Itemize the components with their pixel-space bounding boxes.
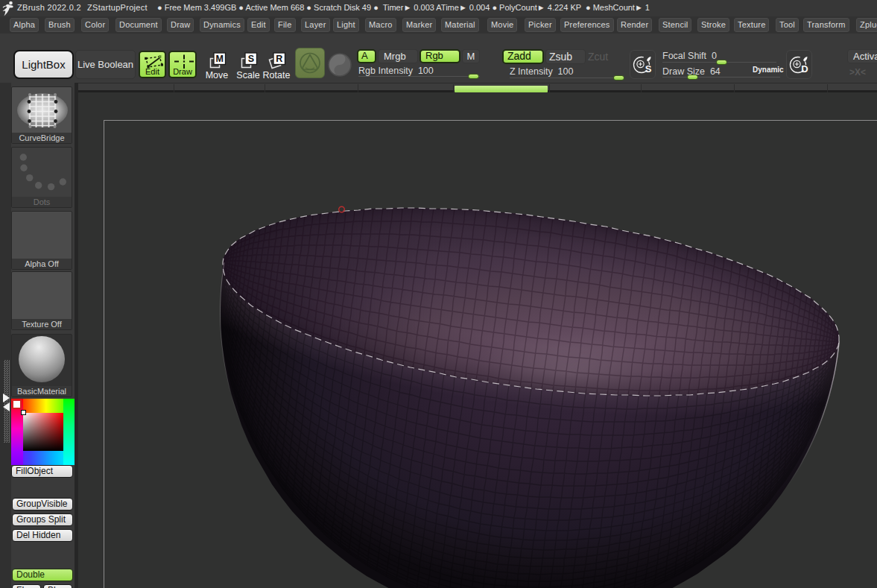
svg-text:D: D — [801, 63, 808, 75]
svg-text:R: R — [276, 54, 282, 64]
svg-text:S: S — [645, 63, 652, 75]
svg-text:M: M — [216, 54, 224, 64]
svg-text:S: S — [248, 54, 254, 64]
